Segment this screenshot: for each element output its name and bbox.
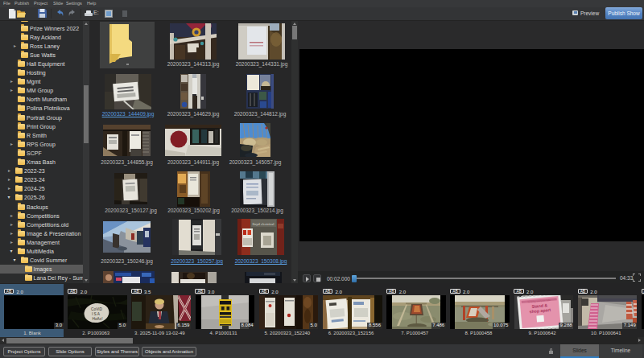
svg-text:CoViD: CoViD	[91, 307, 102, 311]
svg-text:I S A: I S A	[92, 312, 101, 316]
svg-text:lloyd electrical: lloyd electrical	[253, 222, 275, 226]
svg-text:HoAx!: HoAx!	[93, 317, 103, 321]
